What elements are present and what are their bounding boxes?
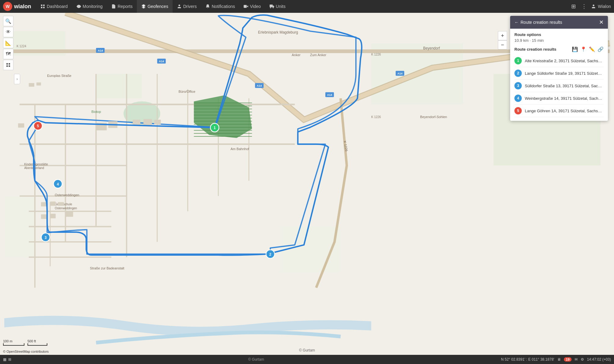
apps-grid-icon[interactable]: ⊞: [570, 2, 577, 11]
stop-number-1: 1: [514, 57, 522, 64]
map-zoom-controls: + −: [498, 31, 507, 49]
scale-100m-label: 100 m: [3, 339, 24, 343]
zoom-in-button[interactable]: +: [498, 31, 507, 40]
svg-rect-68: [96, 123, 107, 130]
routing-back-button[interactable]: ← Route creation results: [514, 20, 562, 25]
svg-text:Beyendorf-Sohlen: Beyendorf-Sohlen: [420, 115, 447, 119]
status-copyright: © Gurtam: [248, 357, 264, 362]
nav-dashboard[interactable]: Dashboard: [36, 0, 72, 13]
envelope-icon[interactable]: ✉: [575, 357, 578, 362]
stop-address-1: Alte Kreisstraße 2, 39171 Sülzetal, Sach…: [525, 59, 604, 63]
route-stop-5[interactable]: 5 Lange Göhren 1A, 39171 Sülzetal, Sachs…: [514, 105, 604, 117]
measure-tool-button[interactable]: 📐: [3, 38, 13, 48]
top-navigation: W wialon Dashboard Monitoring Reports Ge…: [0, 0, 614, 13]
routing-tool-button[interactable]: 🗺: [3, 49, 13, 59]
route-results-heading: Route creation results: [514, 47, 556, 52]
svg-text:Osterweddingen: Osterweddingen: [55, 207, 77, 210]
svg-rect-76: [41, 214, 48, 219]
user-menu[interactable]: Wialon: [591, 4, 611, 9]
scale-500ft-label: 500 ft: [27, 339, 47, 343]
route-stop-3[interactable]: 3 Sülldorfer Straße 13, 39171 Sülzetal, …: [514, 80, 604, 92]
svg-rect-77: [50, 214, 56, 218]
nav-drivers[interactable]: Drivers: [173, 0, 201, 13]
pin-route-button[interactable]: 📍: [580, 46, 587, 52]
svg-text:Zum Anker: Zum Anker: [310, 53, 327, 57]
stop-address-2: Lange Sülldorfer Straße 19, 39171 Sülzet…: [525, 71, 604, 76]
route-stats: 10.9 km · 15 min: [514, 38, 604, 43]
svg-marker-7: [247, 5, 248, 8]
nav-video[interactable]: Video: [239, 0, 265, 13]
map-area[interactable]: A14 A14 A14 A14 A14 K 1226: [0, 13, 614, 355]
svg-rect-1: [43, 5, 45, 6]
svg-rect-66: [36, 82, 41, 85]
back-arrow-icon: ←: [514, 20, 519, 25]
svg-point-11: [270, 7, 271, 8]
routing-close-button[interactable]: ✕: [599, 19, 604, 26]
routing-panel: ← Route creation results ✕ Route options…: [510, 16, 608, 121]
app-logo[interactable]: W wialon: [3, 2, 31, 11]
svg-text:Büro/Office: Büro/Office: [179, 90, 196, 93]
stop-number-5: 5: [514, 107, 522, 114]
map-copyright: © Gurtam: [299, 348, 315, 352]
svg-text:Anker: Anker: [292, 53, 301, 57]
monitor-icon[interactable]: 🖥: [557, 357, 561, 362]
svg-marker-5: [141, 4, 145, 6]
svg-rect-73: [41, 202, 47, 207]
nav-right-area: ⊞ ⋮ Wialon: [570, 2, 611, 11]
scale-500ft-line: [27, 343, 47, 346]
route-stop-1[interactable]: 1 Alte Kreisstraße 2, 39171 Sülzetal, Sa…: [514, 55, 604, 67]
svg-rect-9: [269, 5, 272, 7]
svg-text:K 1226: K 1226: [371, 53, 381, 56]
svg-rect-92: [9, 65, 10, 67]
svg-rect-74: [50, 202, 56, 206]
svg-rect-69: [108, 121, 117, 128]
svg-rect-70: [133, 120, 140, 125]
settings-icon[interactable]: ⚙: [581, 357, 584, 362]
route-stop-2[interactable]: 2 Lange Sülldorfer Straße 19, 39171 Sülz…: [514, 67, 604, 80]
svg-rect-3: [43, 7, 45, 8]
svg-text:Beyendorf: Beyendorf: [423, 46, 440, 50]
nav-units[interactable]: Units: [265, 0, 290, 13]
route-stop-4[interactable]: 4 Weinbergstraße 14, 39171 Sülzetal, Sac…: [514, 92, 604, 105]
svg-text:A14: A14: [397, 72, 403, 75]
svg-text:Erlebnispark Magdeburg: Erlebnispark Magdeburg: [258, 30, 298, 34]
save-route-button[interactable]: 💾: [572, 46, 578, 52]
svg-text:K 1226: K 1226: [371, 115, 381, 119]
more-options-icon[interactable]: ⋮: [580, 2, 588, 11]
status-table-icon[interactable]: ⊞: [8, 357, 11, 362]
layers-tool-button[interactable]: 👁: [3, 27, 13, 37]
zoom-out-button[interactable]: −: [498, 40, 507, 49]
svg-text:A14: A14: [159, 60, 164, 63]
status-bar: ▦ ⊞ © Gurtam N 52° 02.8391' : E 011° 38.…: [0, 355, 614, 364]
svg-rect-90: [9, 63, 10, 65]
stop-number-3: 3: [514, 82, 522, 89]
nav-monitoring[interactable]: Monitoring: [72, 0, 107, 13]
app-name: wialon: [14, 3, 31, 10]
scale-100m-line: [3, 343, 24, 346]
share-route-button[interactable]: 🔗: [598, 46, 604, 52]
svg-text:Abenteuerland: Abenteuerland: [24, 166, 44, 170]
nav-reports[interactable]: Reports: [107, 0, 137, 13]
route-results-header: Route creation results 💾 📍 ✏️ 🔗: [514, 46, 604, 52]
search-tool-button[interactable]: 🔍: [3, 16, 13, 26]
svg-text:Straße zur Badeanstalt: Straße zur Badeanstalt: [90, 266, 124, 270]
stop-address-3: Sülldorfer Straße 13, 39171 Sülzetal, Sa…: [525, 84, 604, 88]
notification-badge[interactable]: 19: [564, 357, 571, 362]
svg-text:K 1224: K 1224: [16, 45, 26, 48]
nav-notifications[interactable]: Notifications: [201, 0, 239, 13]
svg-text:Europlas Straße: Europlas Straße: [47, 74, 71, 77]
stop-number-2: 2: [514, 70, 522, 77]
routing-panel-header: ← Route creation results ✕: [510, 16, 608, 29]
stop-address-4: Weinbergstraße 14, 39171 Sülzetal, Sachs…: [525, 96, 604, 101]
group-tool-button[interactable]: [3, 60, 13, 70]
svg-rect-89: [6, 63, 8, 65]
route-options-heading: Route options: [514, 32, 604, 37]
sidebar-expand-button[interactable]: ›: [14, 74, 20, 84]
edit-route-button[interactable]: ✏️: [589, 46, 595, 52]
routing-panel-body: Route options 10.9 km · 15 min Route cre…: [510, 29, 608, 121]
svg-text:Biotop: Biotop: [91, 110, 101, 114]
status-coordinates: N 52° 02.8391' : E 011° 38.1878': [501, 357, 554, 362]
nav-geofences[interactable]: Geofences: [137, 0, 173, 13]
status-grid-icon[interactable]: ▦: [3, 357, 6, 362]
svg-point-13: [593, 5, 594, 6]
